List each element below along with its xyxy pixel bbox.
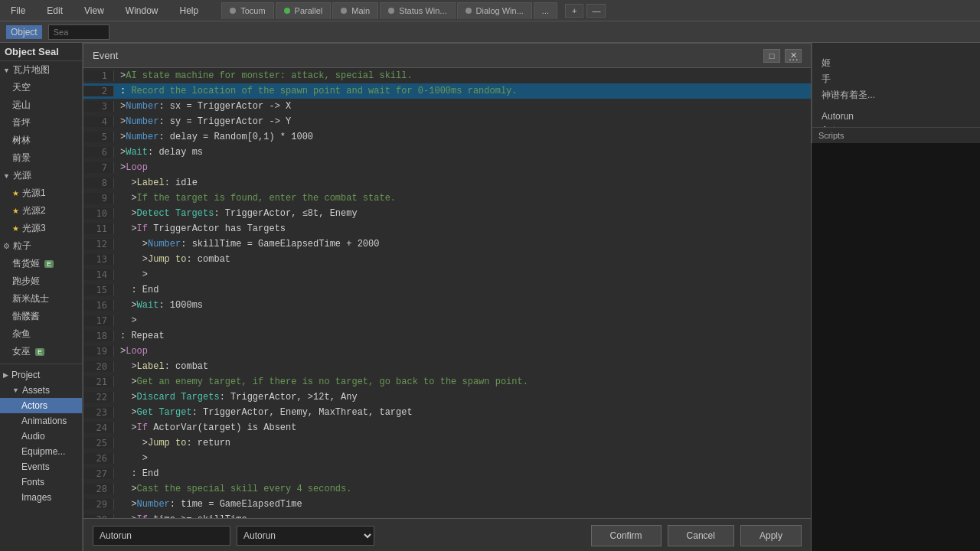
- event-trigger-select[interactable]: Autorun On Start On Update On End: [237, 526, 374, 546]
- sidebar-group-guangyuan[interactable]: ▼ 光源: [0, 167, 82, 184]
- menu-edit[interactable]: Edit: [42, 4, 67, 18]
- menu-window[interactable]: Window: [121, 4, 163, 18]
- line-content-15: : End: [114, 284, 811, 296]
- object-button[interactable]: Object: [6, 25, 42, 39]
- tab-main[interactable]: Main: [332, 2, 378, 19]
- code-line-18[interactable]: 18 : Repeat: [83, 328, 811, 344]
- tab-status[interactable]: Status Win...: [380, 2, 455, 19]
- code-line-14[interactable]: 14 >: [83, 267, 811, 282]
- code-line-23[interactable]: 23 >Get Target: TriggerActor, Enemy, Max…: [83, 405, 811, 420]
- sidebar-group-project[interactable]: ▶ Project: [0, 367, 82, 383]
- sidebar-item-equipment[interactable]: Equipme...: [0, 444, 82, 459]
- sidebar-item-guangyuan1[interactable]: ★ 光源1: [0, 184, 82, 202]
- sidebar-item-tiankon[interactable]: 天空: [0, 79, 82, 96]
- code-line-1[interactable]: 1 >AI state machine for monster: attack,…: [83, 68, 811, 83]
- sidebar-group-wupian[interactable]: ▼ 瓦片地图: [0, 61, 82, 79]
- code-line-9[interactable]: 9 >If the target is found, enter the com…: [83, 191, 811, 206]
- sidebar-item-actors[interactable]: Actors: [0, 398, 82, 413]
- line-content-4: >Number: sy = TriggerActor -> Y: [114, 116, 811, 128]
- sidebar-item-qianjing[interactable]: 前景: [0, 149, 82, 167]
- code-line-5[interactable]: 5 >Number: delay = Random[0,1) * 1000: [83, 129, 811, 145]
- code-line-7[interactable]: 7 >Loop: [83, 160, 811, 175]
- code-line-13[interactable]: 13 >Jump to: combat: [83, 252, 811, 267]
- more-options-button[interactable]: ...: [789, 50, 799, 64]
- confirm-button[interactable]: Confirm: [591, 525, 662, 546]
- sidebar-group-label-lizi: 粒子: [13, 240, 31, 253]
- right-panel-item-2[interactable]: 手: [818, 71, 974, 87]
- code-line-28[interactable]: 28 >Cast the special skill every 4 secon…: [83, 481, 811, 497]
- code-line-21[interactable]: 21 >Get an enemy target, if there is no …: [83, 374, 811, 390]
- sidebar-item-nuwu[interactable]: 女巫 E: [0, 343, 82, 360]
- code-line-30[interactable]: 30 >If time >= skillTime: [83, 512, 811, 518]
- code-line-26[interactable]: 26 >: [83, 451, 811, 466]
- code-line-6[interactable]: 6 >Wait: delay ms: [83, 145, 811, 160]
- code-line-20[interactable]: 20 >Label: combat: [83, 359, 811, 374]
- sidebar-item-zayu[interactable]: 杂鱼: [0, 325, 82, 343]
- line-content-1: >AI state machine for monster: attack, s…: [114, 70, 811, 82]
- sidebar-item-images[interactable]: Images: [0, 490, 82, 505]
- code-line-11[interactable]: 11 >If TriggerActor has Targets: [83, 221, 811, 236]
- cancel-button[interactable]: Cancel: [668, 525, 734, 546]
- tab-parallel[interactable]: Parallel: [276, 2, 332, 19]
- sidebar-item-label-equipment: Equipme...: [21, 446, 65, 457]
- code-line-29[interactable]: 29 >Number: time = GameElapsedTime: [83, 497, 811, 512]
- line-num-23: 23: [83, 407, 114, 418]
- code-line-15[interactable]: 15 : End: [83, 282, 811, 298]
- sidebar-item-guangyuan3[interactable]: ★ 光源3: [0, 220, 82, 237]
- sidebar-item-animations[interactable]: Animations: [0, 413, 82, 429]
- menu-file[interactable]: File: [6, 4, 30, 18]
- tab-more[interactable]: ...: [534, 2, 557, 19]
- code-line-27[interactable]: 27 : End: [83, 466, 811, 481]
- line-num-4: 4: [83, 116, 114, 127]
- tab-tocum[interactable]: Tocum: [221, 2, 273, 19]
- tab-label-dialog: Dialog Win...: [476, 6, 524, 15]
- sidebar-item-paobu[interactable]: 跑步姬: [0, 272, 82, 290]
- code-line-10[interactable]: 10 >Detect Targets: TriggerActor, ≤8t, E…: [83, 206, 811, 221]
- line-num-25: 25: [83, 438, 114, 448]
- star-icon-3: ★: [12, 224, 19, 233]
- right-panel-item-3[interactable]: 神谱有着圣...: [818, 87, 974, 103]
- menu-help[interactable]: Help: [175, 4, 204, 18]
- sidebar-item-audio[interactable]: Audio: [0, 429, 82, 444]
- tab-dialog[interactable]: Dialog Win...: [457, 2, 532, 19]
- new-tab-button[interactable]: +: [565, 4, 583, 18]
- code-line-3[interactable]: 3 >Number: sx = TriggerActor -> X: [83, 99, 811, 114]
- code-line-22[interactable]: 22 >Discard Targets: TriggerActor, >12t,…: [83, 390, 811, 405]
- code-line-12[interactable]: 12 >Number: skillTime = GameElapsedTime …: [83, 236, 811, 252]
- sidebar-group-assets[interactable]: ▼ Assets: [0, 383, 82, 398]
- code-line-8[interactable]: 8 >Label: idle: [83, 175, 811, 191]
- line-num-22: 22: [83, 392, 114, 403]
- code-line-19[interactable]: 19 >Loop: [83, 344, 811, 359]
- sidebar-item-kulou[interactable]: 骷髅酱: [0, 308, 82, 325]
- sidebar-item-events[interactable]: Events: [0, 459, 82, 474]
- sidebar-item-xinmi[interactable]: 新米战士: [0, 290, 82, 308]
- sidebar-item-fonts[interactable]: Fonts: [0, 474, 82, 490]
- apply-button[interactable]: Apply: [740, 525, 802, 546]
- sidebar-group-lizi[interactable]: ⚙ 粒子: [0, 237, 82, 255]
- code-line-17[interactable]: 17 >: [83, 313, 811, 328]
- sidebar-item-guangyuan2[interactable]: ★ 光源2: [0, 202, 82, 220]
- code-line-24[interactable]: 24 >If ActorVar(target) is Absent: [83, 420, 811, 435]
- sidebar-item-shulin[interactable]: 树林: [0, 132, 82, 149]
- sidebar-item-shouhuo[interactable]: 售货姬 E: [0, 255, 82, 272]
- line-content-3: >Number: sx = TriggerActor -> X: [114, 100, 811, 112]
- event-name-input[interactable]: [93, 526, 230, 546]
- minimize-button[interactable]: —: [586, 4, 606, 18]
- code-line-4[interactable]: 4 >Number: sy = TriggerActor -> Y: [83, 114, 811, 129]
- line-num-10: 10: [83, 208, 114, 219]
- code-line-25[interactable]: 25 >Jump to: return: [83, 435, 811, 451]
- code-line-2[interactable]: 2 : Record the location of the spawn poi…: [83, 83, 811, 99]
- code-scroll-area[interactable]: 1 >AI state machine for monster: attack,…: [83, 68, 811, 518]
- line-num-15: 15: [83, 285, 114, 295]
- menu-view[interactable]: View: [80, 4, 109, 18]
- star-icon-1: ★: [12, 189, 19, 197]
- right-panel-item-autorun-1[interactable]: Autorun: [818, 109, 974, 123]
- sidebar-item-yinping[interactable]: 音坪: [0, 114, 82, 132]
- sidebar-group-label-project: Project: [11, 370, 40, 380]
- code-line-16[interactable]: 16 >Wait: 1000ms: [83, 298, 811, 313]
- right-panel-item-1[interactable]: 姬: [818, 55, 974, 71]
- search-input[interactable]: [48, 24, 109, 40]
- sidebar-group-label-wupian: 瓦片地图: [13, 64, 50, 77]
- dialog-maximize-button[interactable]: □: [763, 49, 780, 63]
- sidebar-item-yuanshan[interactable]: 远山: [0, 96, 82, 114]
